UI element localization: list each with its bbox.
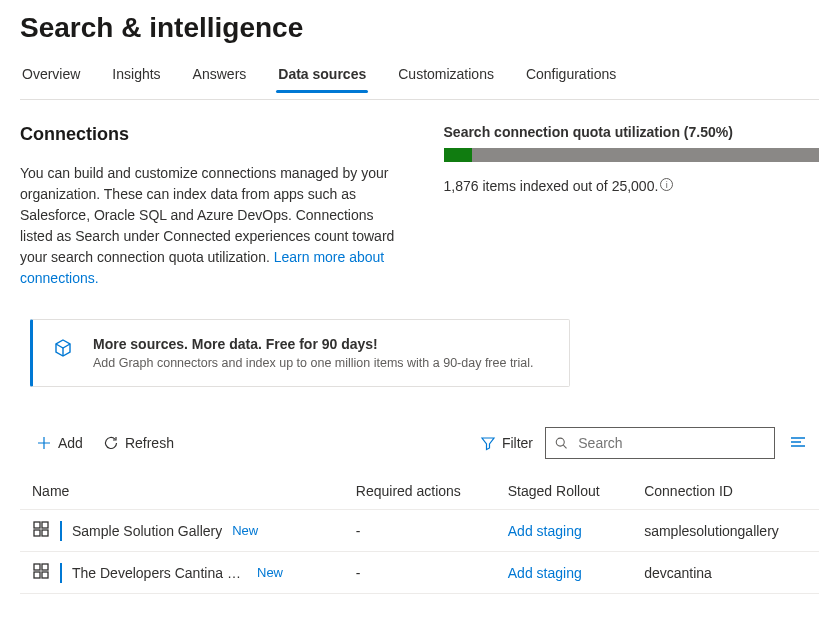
col-connid[interactable]: Connection ID: [632, 475, 819, 510]
search-input[interactable]: [576, 434, 766, 452]
refresh-button-label: Refresh: [125, 435, 174, 451]
svg-point-0: [556, 438, 564, 446]
svg-rect-7: [34, 572, 40, 578]
tab-configurations[interactable]: Configurations: [524, 58, 618, 92]
cube-icon: [53, 338, 73, 361]
refresh-icon: [103, 435, 119, 451]
promo-subtitle: Add Graph connectors and index up to one…: [93, 356, 534, 370]
app-icon: [32, 520, 50, 541]
search-icon: [554, 435, 568, 451]
col-name[interactable]: Name: [20, 475, 344, 510]
svg-rect-1: [34, 522, 40, 528]
required-actions-cell: -: [344, 510, 496, 552]
info-icon[interactable]: i: [660, 178, 673, 191]
svg-rect-6: [42, 564, 48, 570]
connection-name: The Developers Cantina Conn…: [72, 565, 247, 581]
divider: [20, 99, 819, 100]
connections-description: You can build and customize connections …: [20, 163, 404, 289]
quota-subtext: 1,876 items indexed out of 25,000.i: [444, 178, 819, 194]
search-box[interactable]: [545, 427, 775, 459]
tab-answers[interactable]: Answers: [191, 58, 249, 92]
table-row[interactable]: Sample Solution Gallery New - Add stagin…: [20, 510, 819, 552]
tab-overview[interactable]: Overview: [20, 58, 82, 92]
svg-rect-2: [42, 522, 48, 528]
tab-customizations[interactable]: Customizations: [396, 58, 496, 92]
add-button[interactable]: Add: [28, 429, 91, 457]
add-button-label: Add: [58, 435, 83, 451]
new-badge: New: [232, 523, 258, 538]
col-required[interactable]: Required actions: [344, 475, 496, 510]
accent-bar: [60, 563, 62, 583]
tab-insights[interactable]: Insights: [110, 58, 162, 92]
connection-id-cell: samplesolutiongallery: [632, 510, 819, 552]
quota-title: Search connection quota utilization (7.5…: [444, 124, 819, 140]
connection-id-cell: devcantina: [632, 552, 819, 594]
svg-rect-8: [42, 572, 48, 578]
svg-rect-3: [34, 530, 40, 536]
col-staged[interactable]: Staged Rollout: [496, 475, 632, 510]
refresh-button[interactable]: Refresh: [95, 429, 182, 457]
svg-rect-5: [34, 564, 40, 570]
svg-rect-4: [42, 530, 48, 536]
tab-bar: Overview Insights Answers Data sources C…: [20, 58, 819, 93]
table-row[interactable]: The Developers Cantina Conn… New - Add s…: [20, 552, 819, 594]
tab-data-sources[interactable]: Data sources: [276, 58, 368, 92]
connections-heading: Connections: [20, 124, 404, 145]
accent-bar: [60, 521, 62, 541]
toolbar: Add Refresh Filter: [28, 427, 811, 459]
list-settings-icon[interactable]: [785, 429, 811, 458]
add-staging-link[interactable]: Add staging: [508, 565, 582, 581]
add-staging-link[interactable]: Add staging: [508, 523, 582, 539]
filter-button-label: Filter: [502, 435, 533, 451]
quota-bar-fill: [444, 148, 472, 162]
connections-table: Name Required actions Staged Rollout Con…: [20, 475, 819, 594]
plus-icon: [36, 435, 52, 451]
quota-subtext-value: 1,876 items indexed out of 25,000.: [444, 178, 659, 194]
connection-name: Sample Solution Gallery: [72, 523, 222, 539]
page-title: Search & intelligence: [20, 12, 819, 44]
quota-bar: [444, 148, 819, 162]
filter-button[interactable]: Filter: [472, 429, 541, 457]
promo-card: More sources. More data. Free for 90 day…: [30, 319, 570, 387]
filter-icon: [480, 435, 496, 451]
new-badge: New: [257, 565, 283, 580]
app-icon: [32, 562, 50, 583]
promo-title: More sources. More data. Free for 90 day…: [93, 336, 534, 352]
required-actions-cell: -: [344, 552, 496, 594]
